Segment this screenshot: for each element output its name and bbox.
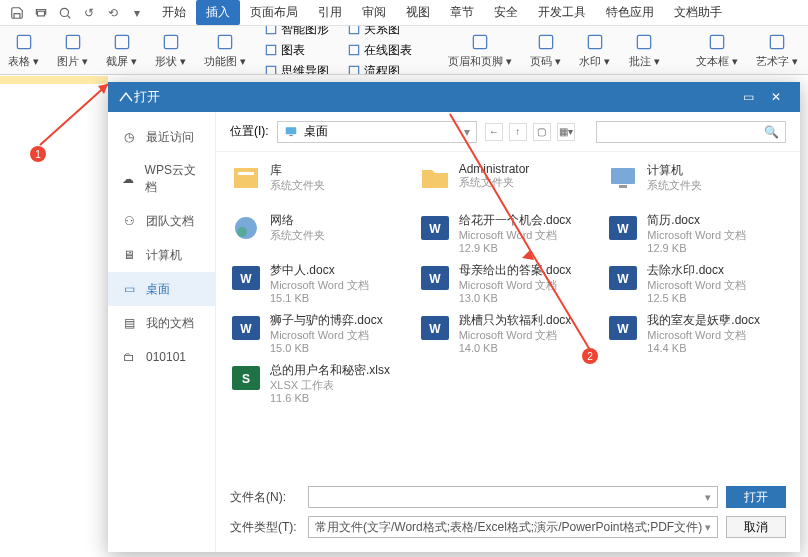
- sidebar-item-team[interactable]: ⚇团队文档: [108, 204, 215, 238]
- svg-text:S: S: [242, 372, 250, 386]
- ribbon-关系图[interactable]: 关系图: [347, 25, 412, 38]
- menu-tab-9[interactable]: 特色应用: [596, 0, 664, 25]
- menu-tab-4[interactable]: 审阅: [352, 0, 396, 25]
- filename-input[interactable]: [308, 486, 718, 508]
- dialog-title: 打开: [134, 88, 734, 106]
- file-item[interactable]: Administrator系统文件夹: [419, 162, 598, 206]
- file-size: 11.6 KB: [270, 392, 390, 405]
- file-item[interactable]: 库系统文件夹: [230, 162, 409, 206]
- location-select[interactable]: 桌面 ▾: [277, 121, 477, 143]
- ribbon-流程图[interactable]: 流程图: [347, 63, 412, 76]
- svg-line-2: [67, 15, 70, 18]
- menu-tab-7[interactable]: 安全: [484, 0, 528, 25]
- svg-text:W: W: [618, 272, 630, 286]
- cloud-icon: ☁: [120, 170, 137, 188]
- cancel-button[interactable]: 取消: [726, 516, 786, 538]
- ribbon-文本框[interactable]: 文本框 ▾: [696, 32, 738, 69]
- menu-tab-3[interactable]: 引用: [308, 0, 352, 25]
- file-item[interactable]: S总的用户名和秘密.xlsxXLSX 工作表11.6 KB: [230, 362, 409, 406]
- print-icon[interactable]: [32, 4, 50, 22]
- file-item[interactable]: W梦中人.docxMicrosoft Word 文档15.1 KB: [230, 262, 409, 306]
- team-icon: ⚇: [120, 212, 138, 230]
- sidebar-item-label: 我的文档: [146, 315, 194, 332]
- ribbon-思维导图[interactable]: 思维导图: [264, 63, 329, 76]
- svg-rect-11: [350, 25, 359, 34]
- file-item[interactable]: 网络系统文件夹: [230, 212, 409, 256]
- menu-tab-5[interactable]: 视图: [396, 0, 440, 25]
- filetype-select[interactable]: 常用文件(文字/Word格式;表格/Excel格式;演示/PowerPoint格…: [308, 516, 718, 538]
- file-type: Microsoft Word 文档: [459, 279, 572, 292]
- dialog-sidebar: ◷最近访问☁WPS云文档⚇团队文档🖥计算机▭桌面▤我的文档🗀010101: [108, 112, 216, 552]
- rotate-icon[interactable]: ↺: [80, 4, 98, 22]
- menu-tab-0[interactable]: 开始: [152, 0, 196, 25]
- menu-tab-1[interactable]: 插入: [196, 0, 240, 25]
- file-item[interactable]: W给花开一个机会.docxMicrosoft Word 文档12.9 KB: [419, 212, 598, 256]
- ribbon-在线图表[interactable]: 在线图表: [347, 42, 412, 59]
- file-name: 去除水印.docx: [647, 262, 746, 279]
- undo-icon[interactable]: ⟲: [104, 4, 122, 22]
- save-icon[interactable]: [8, 4, 26, 22]
- annotation-badge-1: 1: [30, 146, 46, 162]
- new-folder-button[interactable]: ▢: [533, 123, 551, 141]
- menu-tab-2[interactable]: 页面布局: [240, 0, 308, 25]
- file-size: 13.0 KB: [459, 292, 572, 305]
- file-type: Microsoft Word 文档: [270, 279, 369, 292]
- file-name: 计算机: [647, 162, 702, 179]
- menubar: ↺ ⟲ ▾ 开始插入页面布局引用审阅视图章节安全开发工具特色应用文档助手: [0, 0, 808, 25]
- svg-text:W: W: [429, 322, 441, 336]
- menu-tab-6[interactable]: 章节: [440, 0, 484, 25]
- menu-tab-10[interactable]: 文档助手: [664, 0, 732, 25]
- redo-icon[interactable]: ▾: [128, 4, 146, 22]
- ribbon-截屏[interactable]: 截屏 ▾: [106, 32, 137, 69]
- ribbon-智能图形[interactable]: 智能图形: [264, 25, 329, 38]
- sidebar-item-pc[interactable]: 🖥计算机: [108, 238, 215, 272]
- file-item[interactable]: W母亲给出的答案.docxMicrosoft Word 文档13.0 KB: [419, 262, 598, 306]
- file-item[interactable]: W狮子与驴的博弈.docxMicrosoft Word 文档15.0 KB: [230, 312, 409, 356]
- sidebar-item-cloud[interactable]: ☁WPS云文档: [108, 154, 215, 204]
- view-button[interactable]: ▦▾: [557, 123, 575, 141]
- svg-text:W: W: [618, 322, 630, 336]
- svg-point-1: [60, 8, 68, 16]
- svg-text:W: W: [240, 272, 252, 286]
- sidebar-item-doc[interactable]: ▤我的文档: [108, 306, 215, 340]
- ribbon-批注[interactable]: 批注 ▾: [629, 32, 660, 69]
- preview-icon[interactable]: [56, 4, 74, 22]
- ribbon-页眉和页脚[interactable]: 页眉和页脚 ▾: [448, 32, 512, 69]
- up-button[interactable]: ↑: [509, 123, 527, 141]
- clock-icon: ◷: [120, 128, 138, 146]
- open-button[interactable]: 打开: [726, 486, 786, 508]
- ribbon-图片[interactable]: 图片 ▾: [57, 32, 88, 69]
- ribbon-水印[interactable]: 水印 ▾: [579, 32, 610, 69]
- ribbon-图表[interactable]: 图表: [264, 42, 329, 59]
- file-item[interactable]: W简历.docxMicrosoft Word 文档12.9 KB: [607, 212, 786, 256]
- back-button[interactable]: ←: [485, 123, 503, 141]
- word-icon: W: [419, 262, 451, 294]
- svg-rect-30: [611, 168, 635, 184]
- ribbon-功能图[interactable]: 功能图 ▾: [204, 32, 246, 69]
- sidebar-item-folder[interactable]: 🗀010101: [108, 340, 215, 374]
- sidebar-item-desktop[interactable]: ▭桌面: [108, 272, 215, 306]
- highlight-strip: [0, 76, 108, 84]
- ribbon-页码[interactable]: 页码 ▾: [530, 32, 561, 69]
- dialog-footer: 文件名(N): 打开 文件类型(T): 常用文件(文字/Word格式;表格/Ex…: [216, 476, 800, 552]
- minimize-button[interactable]: ▭: [734, 87, 762, 107]
- sidebar-item-clock[interactable]: ◷最近访问: [108, 120, 215, 154]
- sidebar-item-label: 最近访问: [146, 129, 194, 146]
- file-name: 库: [270, 162, 325, 179]
- close-button[interactable]: ✕: [762, 87, 790, 107]
- file-item[interactable]: W跳槽只为软福利.docxMicrosoft Word 文档14.0 KB: [419, 312, 598, 356]
- svg-rect-14: [474, 35, 487, 48]
- location-label: 位置(I):: [230, 123, 269, 140]
- file-item[interactable]: W我的室友是妖孽.docxMicrosoft Word 文档14.4 KB: [607, 312, 786, 356]
- svg-rect-15: [539, 35, 552, 48]
- ribbon-艺术字[interactable]: 艺术字 ▾: [756, 32, 798, 69]
- file-item[interactable]: W去除水印.docxMicrosoft Word 文档12.5 KB: [607, 262, 786, 306]
- ribbon-形状[interactable]: 形状 ▾: [155, 32, 186, 69]
- search-input[interactable]: 🔍: [596, 121, 786, 143]
- filename-label: 文件名(N):: [230, 489, 300, 506]
- file-item[interactable]: 计算机系统文件夹: [607, 162, 786, 206]
- ribbon-表格[interactable]: 表格 ▾: [8, 32, 39, 69]
- file-name: Administrator: [459, 162, 530, 176]
- menu-tab-8[interactable]: 开发工具: [528, 0, 596, 25]
- sidebar-item-label: 010101: [146, 350, 186, 364]
